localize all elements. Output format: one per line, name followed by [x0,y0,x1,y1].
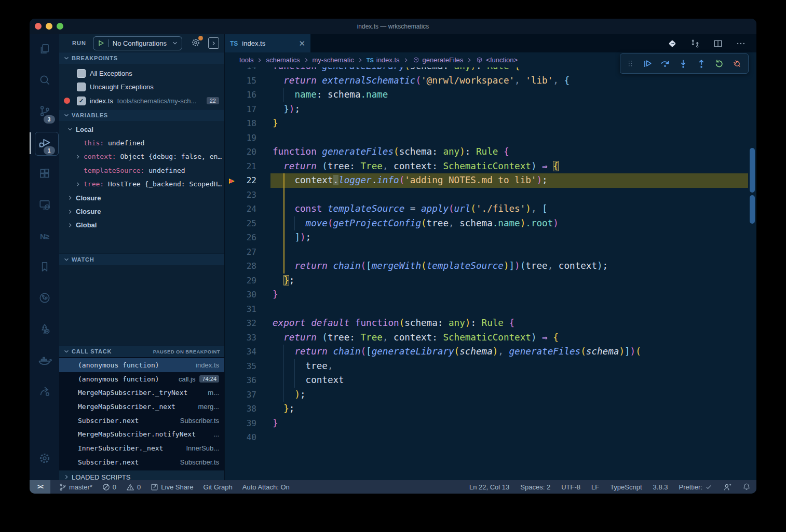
close-window-button[interactable] [35,23,42,30]
code-line[interactable]: 21 return (tree: Tree, context: Schemati… [225,159,756,174]
line-number[interactable]: 32 [225,316,256,331]
code-line[interactable]: 30} [225,288,756,302]
activity-git-graph[interactable] [32,283,57,315]
code-line[interactable]: 18} [225,116,756,131]
code-line[interactable]: 17 }); [225,102,756,117]
call-stack-frame[interactable]: Subscriber.nextSubscriber.ts [59,414,224,428]
variable-row[interactable]: tree: HostTree {_backend: ScopedH… [59,178,224,191]
debug-console-button[interactable] [208,37,219,49]
activity-settings[interactable] [32,444,57,475]
line-number[interactable]: 25 [225,216,256,231]
code-line[interactable]: 22 context.logger.info('adding NOTES.md … [225,173,756,188]
line-number[interactable]: 21 [225,159,256,174]
breadcrumb-item[interactable]: <function> [476,56,518,64]
minimize-window-button[interactable] [46,23,52,30]
activity-extensions[interactable] [32,159,57,190]
call-stack-frame[interactable]: MergeMapSubscriber.notifyNext... [59,427,224,441]
configuration-dropdown[interactable]: No Configurations [93,36,183,50]
activity-remote[interactable] [32,190,57,221]
status-spaces-2[interactable]: Spaces: 2 [520,483,550,491]
activity-run-debug[interactable]: 1 [32,128,57,159]
line-number[interactable]: 17 [225,102,256,117]
continue-icon[interactable] [642,58,653,70]
line-number[interactable]: 33 [225,331,256,345]
more-icon[interactable] [736,38,746,49]
restart-icon[interactable] [713,58,725,70]
breadcrumb-item[interactable]: TSindex.ts [367,56,400,64]
call-stack-frame[interactable]: (anonymous function)index.ts [59,358,224,372]
bell-status[interactable] [743,483,750,491]
code-line[interactable]: 27 [225,245,756,260]
step-into-icon[interactable] [677,58,689,70]
line-number[interactable]: 28 [225,259,256,274]
variable-row[interactable]: Global [59,219,224,232]
activity-search[interactable] [32,65,57,97]
activity-test[interactable] [32,315,57,346]
checkbox[interactable] [77,83,86,91]
remote-indicator[interactable]: >< [30,480,50,494]
status-ln-22-col-13[interactable]: Ln 22, Col 13 [469,483,509,491]
status-prettier-[interactable]: Prettier: [679,483,712,491]
code-line[interactable]: 25 move(getProjectConfig(tree, schema.na… [225,216,756,231]
variable-row[interactable]: Closure [59,191,224,204]
line-number[interactable]: 18 [225,116,256,131]
call-stack-frame[interactable]: MergeMapSubscriber._tryNextm... [59,386,224,400]
code-line[interactable]: 32export default function(schema: any): … [225,316,756,331]
variable-row[interactable]: context: Object {debug: false, en… [59,150,224,163]
line-number[interactable]: 38 [225,402,256,416]
variables-header[interactable]: VARIABLES [59,109,224,121]
line-number[interactable]: 16 [225,88,256,102]
line-number[interactable]: 36 [225,373,256,388]
status-git-graph[interactable]: Git Graph [203,483,232,491]
debug-settings[interactable] [191,37,201,49]
code-line[interactable]: 15 return externalSchematic('@nrwl/works… [225,74,756,88]
code-line[interactable]: 24 const templateSource = apply(url('./f… [225,202,756,216]
line-number[interactable]: 30 [225,288,256,302]
call-stack-header[interactable]: CALL STACK PAUSED ON BREAKPOINT [59,345,224,357]
zoom-window-button[interactable] [57,23,63,30]
feedback-status[interactable] [723,483,732,491]
variable-row[interactable]: this: undefined [59,136,224,149]
call-stack-frame[interactable]: InnerSubscriber._nextInnerSub... [59,441,224,455]
breadcrumb-item[interactable]: schematics [266,56,300,64]
status-3-8-3[interactable]: 3.8.3 [653,483,668,491]
step-over-icon[interactable] [659,58,671,70]
breadcrumb-item[interactable]: tools [239,56,253,64]
variable-row[interactable]: templateSource: undefined [59,163,224,177]
code-line[interactable]: 20function generateFiles(schema: any): R… [225,145,756,159]
activity-nx-console[interactable]: N≥ [32,221,57,252]
status-0[interactable]: 0 [126,483,141,491]
line-number[interactable]: 35 [225,359,256,374]
breadcrumb-item[interactable]: my-schematic [313,56,354,64]
line-number[interactable]: 15 [225,74,256,88]
status-master-[interactable]: master* [59,483,92,492]
watch-header[interactable]: WATCH [59,253,224,265]
line-number[interactable]: 40 [225,430,256,445]
checkbox[interactable]: ✓ [77,97,86,105]
code-line[interactable]: 36 context [225,373,756,388]
call-stack-frame[interactable]: Subscriber.nextSubscriber.ts [59,455,224,469]
variable-row[interactable]: Local [59,122,224,136]
breakpoint-item[interactable]: Uncaught Exceptions [59,80,224,94]
code-line[interactable]: 26 ]); [225,230,756,245]
start-debug-icon[interactable] [97,39,104,47]
variable-row[interactable]: Closure [59,204,224,218]
line-number[interactable]: 19 [225,131,256,145]
title-bar[interactable]: index.ts — wrkschematics [30,19,756,34]
activity-bookmarks[interactable] [32,252,57,283]
code-line[interactable]: 16 name: schema.name [225,88,756,102]
line-number[interactable]: 24 [225,202,256,216]
line-number[interactable]: 31 [225,302,256,317]
split-icon[interactable] [713,38,723,49]
code-line[interactable]: 33 return (tree: Tree, context: Schemati… [225,331,756,345]
close-tab-icon[interactable]: ✕ [299,39,305,48]
line-number[interactable]: 39 [225,416,256,431]
activity-share[interactable] [32,377,57,408]
status-auto-attach-on[interactable]: Auto Attach: On [242,483,290,491]
step-out-icon[interactable] [696,58,707,70]
breadcrumb-item[interactable]: generateFiles [412,56,464,64]
code-line[interactable]: 39} [225,416,756,431]
code-line[interactable]: 19 [225,131,756,145]
line-number[interactable]: 14 [225,67,256,74]
status-lf[interactable]: LF [591,483,599,491]
